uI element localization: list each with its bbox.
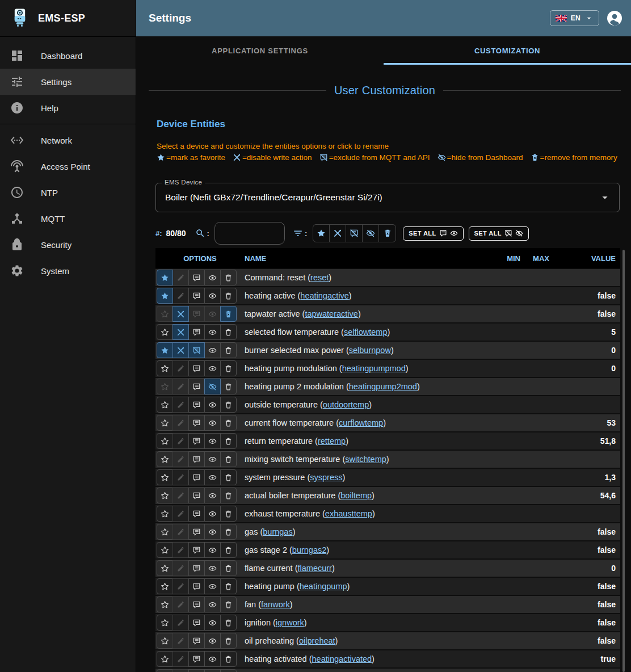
option-star-button[interactable] [157, 651, 173, 667]
option-star-button[interactable] [157, 270, 173, 285]
entity-name[interactable]: actual boiler temperature (boiltemp) [245, 491, 498, 500]
sidebar-item-network[interactable]: Network [0, 127, 136, 153]
option-comment-button[interactable] [188, 360, 205, 376]
option-star-button[interactable] [157, 597, 173, 612]
entity-name[interactable]: heating pump (heatingpump) [245, 582, 498, 591]
option-comment-button[interactable] [188, 397, 205, 413]
sidebar-item-dashboard[interactable]: Dashboard [0, 43, 136, 69]
entity-shortname-link[interactable]: boiltemp [340, 491, 372, 500]
option-trash-button[interactable] [220, 288, 237, 304]
entity-name[interactable]: fan (fanwork) [245, 600, 498, 609]
option-trash-button[interactable] [220, 270, 237, 285]
option-comment-button[interactable] [188, 433, 205, 449]
entity-name[interactable]: oil preheating (oilpreheat) [245, 636, 498, 645]
entity-name[interactable]: heating activated (heatingactivated) [245, 654, 498, 663]
option-eye-button[interactable] [204, 433, 221, 449]
option-edit-button[interactable] [173, 488, 189, 503]
entity-shortname-link[interactable]: heatingpump2mod [349, 382, 417, 391]
option-eye-button[interactable] [204, 488, 221, 503]
entity-shortname-link[interactable]: reset [310, 273, 329, 282]
entity-name[interactable]: return temperature (rettemp) [245, 436, 498, 446]
entity-name[interactable]: gas (burngas) [245, 527, 498, 536]
option-edit-button[interactable] [173, 524, 189, 540]
option-edit-button[interactable] [173, 415, 189, 431]
entity-name[interactable]: system pressure (syspress) [245, 473, 498, 482]
entity-shortname-link[interactable]: exhausttemp [325, 509, 372, 518]
option-edit-button[interactable] [173, 360, 189, 376]
option-eye-button[interactable] [204, 397, 221, 413]
option-star-button[interactable] [157, 524, 173, 540]
option-edit-button[interactable] [173, 451, 189, 467]
sidebar-item-security[interactable]: Security [0, 232, 136, 258]
option-comment-button[interactable] [188, 597, 205, 612]
option-trashx-button[interactable] [220, 306, 237, 322]
filter-commentoff-button[interactable] [346, 225, 363, 242]
entity-name[interactable]: heating pump 2 modulation (heatingpump2m… [245, 382, 498, 391]
option-eye-button[interactable] [204, 415, 221, 431]
entity-shortname-link[interactable]: tapwateractive [305, 309, 358, 318]
option-edit-button[interactable] [173, 397, 189, 413]
option-comment-button[interactable] [188, 615, 205, 631]
entity-shortname-link[interactable]: selflowtemp [344, 327, 388, 337]
option-trash-button[interactable] [220, 379, 237, 394]
option-eye-button[interactable] [204, 360, 221, 376]
entity-name[interactable]: heating pump modulation (heatingpumpmod) [245, 364, 498, 373]
option-eye-button[interactable] [204, 306, 221, 322]
entity-name[interactable]: tapwater active (tapwateractive) [245, 309, 498, 318]
option-comment-button[interactable] [188, 379, 205, 394]
option-star-button[interactable] [157, 615, 173, 631]
option-star-button[interactable] [157, 488, 173, 503]
option-star-button[interactable] [157, 578, 173, 594]
option-comment-button[interactable] [188, 488, 205, 503]
entity-shortname-link[interactable]: selburnpow [349, 346, 391, 355]
sidebar-item-ntp[interactable]: NTP [0, 179, 136, 205]
option-trash-button[interactable] [220, 488, 237, 503]
option-edit-button[interactable] [173, 542, 189, 558]
option-comment-button[interactable] [188, 415, 205, 431]
entity-name[interactable]: ignition (ignwork) [245, 618, 498, 627]
filter-eyeoff-button[interactable] [363, 225, 379, 242]
option-trash-button[interactable] [220, 524, 237, 540]
entity-name[interactable]: current flow temperature (curflowtemp) [245, 418, 498, 427]
option-trash-button[interactable] [220, 397, 237, 413]
option-writeoff-button[interactable] [173, 324, 189, 340]
option-star-button[interactable] [157, 560, 173, 576]
option-star-button[interactable] [157, 633, 173, 649]
option-star-button[interactable] [157, 324, 173, 340]
option-trash-button[interactable] [220, 560, 237, 576]
option-trash-button[interactable] [220, 324, 237, 340]
filter-star-button[interactable] [313, 225, 330, 242]
option-edit-button[interactable] [173, 578, 189, 594]
option-eye-button[interactable] [204, 506, 221, 522]
entity-shortname-link[interactable]: outdoortemp [323, 400, 369, 409]
option-star-button[interactable] [157, 469, 173, 485]
entity-name[interactable]: mixing switch temperature (switchtemp) [245, 455, 498, 464]
option-edit-button[interactable] [173, 433, 189, 449]
entity-name[interactable]: flame current (flamecurr) [245, 564, 498, 573]
option-star-button[interactable] [157, 451, 173, 467]
entity-shortname-link[interactable]: burngas [263, 527, 292, 536]
entity-name[interactable]: burner selected max power (selburnpow) [245, 346, 498, 355]
option-comment-button[interactable] [188, 524, 205, 540]
option-comment-button[interactable] [188, 288, 205, 304]
sidebar-item-system[interactable]: System [0, 258, 136, 284]
option-trash-button[interactable] [220, 433, 237, 449]
tab-customization[interactable]: CUSTOMIZATION [384, 36, 631, 65]
filter-writeoff-button[interactable] [330, 225, 346, 242]
option-eye-button[interactable] [204, 669, 221, 672]
option-edit-button[interactable] [173, 615, 189, 631]
option-edit-button[interactable] [173, 469, 189, 485]
option-edit-button[interactable] [173, 506, 189, 522]
option-writeoff-button[interactable] [173, 306, 189, 322]
option-comment-button[interactable] [188, 669, 205, 672]
option-star-button[interactable] [157, 306, 173, 322]
option-eye-button[interactable] [204, 469, 221, 485]
option-commentoff-button[interactable] [188, 342, 205, 358]
option-trash-button[interactable] [220, 542, 237, 558]
option-star-button[interactable] [157, 669, 173, 672]
option-comment-button[interactable] [188, 451, 205, 467]
entity-name[interactable]: heating active (heatingactive) [245, 291, 498, 300]
option-eye-button[interactable] [204, 524, 221, 540]
option-edit-button[interactable] [173, 669, 189, 672]
option-eye-button[interactable] [204, 651, 221, 667]
